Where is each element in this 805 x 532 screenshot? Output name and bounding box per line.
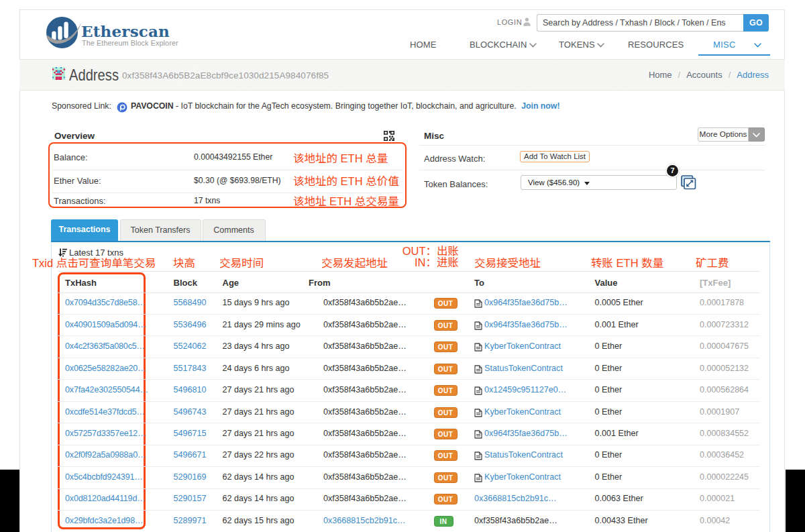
tx-block-link[interactable]: 5496715 (174, 429, 207, 438)
tx-fee: 0.000834552 (700, 429, 749, 438)
annotation-fee: 矿工费 (696, 254, 729, 270)
search-go-button[interactable]: GO (743, 14, 769, 32)
tx-age: 27 days 21 hrs ago (223, 429, 294, 438)
contract-doc-icon (474, 321, 482, 330)
row-divider (58, 314, 760, 315)
logo-subtitle: The Ethereum Block Explorer (82, 39, 178, 47)
tx-block-link[interactable]: 5496743 (174, 407, 207, 417)
direction-badge-out: OUT (434, 385, 458, 396)
tx-block-link[interactable]: 5536496 (174, 320, 207, 329)
tx-hash-link[interactable]: 0x7fa42e302550544… (65, 385, 148, 394)
col-header-age: Age (223, 278, 239, 288)
caret-down-icon (584, 182, 590, 185)
chevron-down-icon (597, 43, 604, 48)
tx-age: 21 days 29 mins ago (223, 320, 301, 329)
login-link[interactable]: LOGIN (497, 18, 522, 26)
tx-to-link[interactable]: 0x964f35fae36d75b… (484, 320, 568, 329)
sponsored-join-link[interactable]: Join now! (521, 101, 559, 111)
tx-hash-link[interactable]: 0x5c4bcbfd924391… (65, 472, 143, 482)
annotation-block: 块高 (173, 254, 195, 270)
annotation-txid: Txid 点击可查询单笔交易 (32, 254, 156, 270)
tx-to-link[interactable]: StatusTokenContract (484, 364, 563, 373)
tx-to-link[interactable]: 0x964f35fae36d75b… (484, 298, 568, 307)
tx-to-link[interactable]: 0x964f35fae36d75b… (484, 429, 568, 438)
nav-misc[interactable]: MISC (713, 40, 736, 50)
etherscan-logo[interactable]: Etherscan The Ethereum Block Explorer (46, 16, 201, 47)
expand-icon[interactable] (681, 175, 696, 190)
tx-block-link[interactable]: 5290169 (174, 472, 207, 482)
nav-misc-group: MISC (698, 32, 770, 56)
contract-doc-icon (474, 343, 482, 352)
tx-value: 0.001 Ether (595, 320, 639, 329)
more-options-label[interactable]: More Options (698, 127, 749, 142)
etherscan-logo-icon (46, 17, 82, 49)
tx-from-link[interactable]: 0x3668815cb2b91c… (323, 516, 406, 525)
tx-value: 0 Ether (595, 341, 623, 351)
tx-to-link[interactable]: KyberTokenContract (484, 341, 561, 351)
tx-value: 0 Ether (595, 407, 623, 417)
tx-from: 0xf358f43a6b5b2ae… (323, 472, 407, 482)
tx-hash-link[interactable]: 0xcdfe514e37fdcd5… (65, 407, 145, 417)
divider (419, 145, 765, 146)
more-options-button[interactable]: More Options (698, 127, 765, 142)
letterbox-left (0, 470, 19, 532)
tx-from: 0xf358f43a6b5b2ae… (323, 320, 407, 329)
tx-hash-link[interactable]: 0x4c2f363f5a080c5… (65, 341, 145, 351)
tx-block-link[interactable]: 5568490 (174, 298, 207, 307)
tx-value: 0 Ether (595, 450, 623, 460)
tx-fee: 0.000047675 (700, 341, 749, 351)
tx-hash-link[interactable]: 0x2f0f92a5a0988a0… (65, 450, 146, 460)
breadcrumb: Home/Accounts/Address (649, 70, 769, 80)
direction-badge-out: OUT (434, 407, 458, 418)
pavocoin-icon (117, 102, 127, 113)
tx-to-link[interactable]: 0x3668815cb2b91c… (474, 494, 557, 503)
tx-age: 62 days 14 hrs ago (223, 472, 294, 482)
tx-block-link[interactable]: 5517843 (174, 364, 207, 373)
tx-block-link[interactable]: 5524062 (174, 341, 207, 351)
add-to-watchlist-button[interactable]: Add To Watch List (520, 151, 590, 162)
tx-value: 0 Ether (595, 364, 623, 373)
tx-to-link[interactable]: KyberTokenContract (484, 472, 561, 482)
tx-to-link[interactable]: StatusTokenContract (484, 450, 563, 460)
qr-code-icon[interactable] (384, 131, 394, 141)
search-input[interactable] (537, 14, 743, 32)
row-divider (58, 488, 760, 489)
tab-comments[interactable]: Comments (203, 219, 266, 241)
more-options-caret[interactable] (749, 127, 765, 142)
nav-blockchain[interactable]: BLOCKCHAIN (470, 40, 527, 50)
tx-fee: 0.000022245 (700, 472, 749, 482)
tx-hash-link[interactable]: 0x7094d35c7d8e58… (65, 298, 146, 307)
nav-resources[interactable]: RESOURCES (628, 40, 684, 50)
tx-block-link[interactable]: 5496810 (174, 385, 207, 394)
token-balances-dropdown[interactable]: View ($456.90) (521, 175, 677, 190)
breadcrumb-accounts[interactable]: Accounts (686, 70, 722, 80)
address-watch-label: Address Watch: (424, 154, 485, 164)
tx-hash-link[interactable]: 0x0d8120ad44119d… (65, 494, 146, 503)
tab-transactions[interactable]: Transactions (51, 219, 118, 241)
misc-panel-title: Misc (424, 131, 444, 141)
contract-doc-icon (474, 365, 482, 374)
tx-block-link[interactable]: 5290157 (174, 494, 207, 503)
tx-hash-link[interactable]: 0x29bfdc3a2e1d98… (65, 516, 143, 525)
nav-tokens[interactable]: TOKENS (559, 40, 595, 50)
row-divider (58, 423, 760, 423)
tab-token-transfers[interactable]: Token Transfers (120, 219, 201, 241)
row-divider (58, 466, 760, 467)
chevron-down-icon[interactable] (754, 43, 761, 48)
tx-to-link[interactable]: 0x12459c951127e0… (484, 385, 566, 394)
annotation-direction: OUT：出账IN：进账 (376, 245, 459, 267)
sponsored-brand[interactable]: PAVOCOIN (131, 101, 174, 111)
tx-block-link[interactable]: 5496671 (174, 450, 207, 460)
breadcrumb-home[interactable]: Home (649, 70, 672, 80)
row-divider (58, 510, 760, 511)
tx-block-link[interactable]: 5289971 (174, 516, 207, 525)
tx-hash-link[interactable]: 0x57257d3357ee12… (65, 429, 146, 438)
contract-icon-wrap (474, 386, 482, 398)
tx-value: 0.0063 Ether (595, 494, 643, 503)
tx-hash-link[interactable]: 0x0625e58282ae20… (65, 364, 146, 373)
nav-home[interactable]: HOME (410, 40, 436, 50)
tx-to-link[interactable]: KyberTokenContract (484, 407, 561, 417)
row-divider (58, 401, 760, 402)
annotation-value: 转账 ETH 数量 (591, 254, 663, 270)
tx-hash-link[interactable]: 0x40901509a5d094… (65, 320, 146, 329)
